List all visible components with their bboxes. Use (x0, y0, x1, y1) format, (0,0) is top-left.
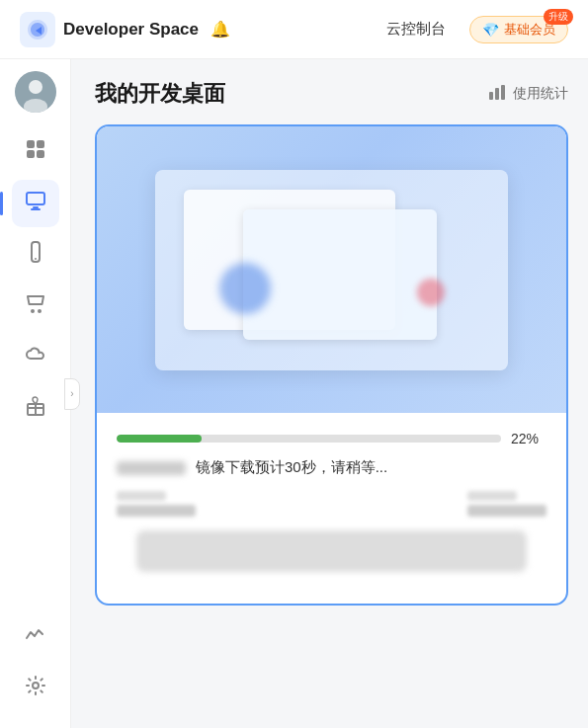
svg-rect-9 (33, 206, 39, 208)
sidebar-item-monitor[interactable] (12, 613, 59, 661)
stats-link[interactable]: 使用统计 (488, 84, 568, 104)
gift-icon (25, 395, 46, 423)
app-header: Developer Space 🔔 云控制台 💎 基础会员 升级 (0, 0, 588, 59)
sidebar-item-device[interactable] (12, 231, 59, 279)
sidebar-item-dashboard[interactable] (12, 128, 59, 176)
app-title: Developer Space (63, 20, 199, 40)
sidebar-expand-handle[interactable]: › (64, 378, 80, 410)
info-label-1 (117, 491, 166, 501)
cloud-icon (25, 344, 46, 371)
svg-rect-8 (27, 193, 44, 204)
fake-window-2 (243, 209, 437, 340)
info-value-2 (467, 505, 546, 517)
card-action-button[interactable] (136, 530, 527, 572)
blurred-prefix (117, 461, 186, 475)
svg-point-2 (29, 80, 42, 94)
dashboard-icon (25, 138, 46, 166)
main-layout: › 我的开发桌面 使用统计 (0, 59, 588, 728)
progress-bar-track (117, 435, 501, 443)
progress-bar-fill (117, 435, 202, 443)
svg-rect-4 (27, 140, 35, 148)
user-avatar[interactable] (15, 71, 56, 113)
svg-rect-10 (31, 208, 41, 210)
page-title: 我的开发桌面 (95, 79, 225, 109)
app-logo-icon (20, 12, 55, 47)
svg-point-12 (35, 258, 37, 260)
blue-blob (219, 263, 271, 314)
progress-bar-container: 22% (117, 431, 546, 446)
device-icon (25, 241, 46, 269)
header-nav: 云控制台 💎 基础会员 升级 (386, 16, 568, 43)
info-row (117, 491, 546, 517)
cloud-console-link[interactable]: 云控制台 (386, 20, 446, 39)
upgrade-tag: 升级 (544, 9, 573, 25)
monitor-icon (25, 623, 46, 651)
svg-point-14 (38, 309, 42, 313)
svg-rect-7 (37, 150, 44, 158)
sidebar-item-settings[interactable] (12, 665, 59, 712)
sidebar-item-desktop[interactable] (12, 180, 59, 227)
member-badge[interactable]: 💎 基础会员 升级 (469, 16, 568, 43)
svg-point-13 (31, 309, 35, 313)
svg-rect-17 (489, 92, 493, 100)
logo-area: Developer Space 🔔 (20, 12, 386, 47)
settings-icon (25, 675, 46, 702)
store-icon (25, 292, 46, 320)
svg-rect-6 (27, 150, 35, 158)
svg-rect-5 (37, 140, 44, 148)
main-content: 我的开发桌面 使用统计 (71, 59, 588, 728)
svg-rect-18 (495, 88, 499, 100)
fake-desktop-preview (155, 170, 507, 370)
sidebar-item-cloud[interactable] (12, 334, 59, 381)
card-preview (97, 126, 566, 413)
svg-rect-19 (501, 85, 505, 100)
progress-text: 镜像下载预计30秒，请稍等... (196, 458, 387, 477)
info-value-1 (117, 505, 196, 517)
diamond-icon: 💎 (482, 22, 499, 38)
progress-section: 22% 镜像下载预计30秒，请稍等... (97, 413, 566, 604)
info-item-2 (467, 491, 546, 517)
sidebar-item-gift[interactable] (12, 385, 59, 433)
desktop-icon (25, 190, 46, 217)
info-item-1 (117, 491, 196, 517)
progress-message: 镜像下载预计30秒，请稍等... (117, 458, 546, 477)
sidebar: › (0, 59, 71, 728)
sidebar-item-store[interactable] (12, 283, 59, 330)
info-label-2 (467, 491, 517, 501)
page-header: 我的开发桌面 使用统计 (95, 79, 568, 109)
pink-blob (417, 279, 445, 306)
bell-icon[interactable]: 🔔 (210, 20, 230, 39)
svg-point-16 (33, 683, 39, 688)
stats-bar-icon (488, 84, 508, 104)
desktop-card: 22% 镜像下载预计30秒，请稍等... (95, 124, 568, 606)
stats-label: 使用统计 (513, 85, 568, 103)
progress-percent: 22% (511, 431, 546, 446)
